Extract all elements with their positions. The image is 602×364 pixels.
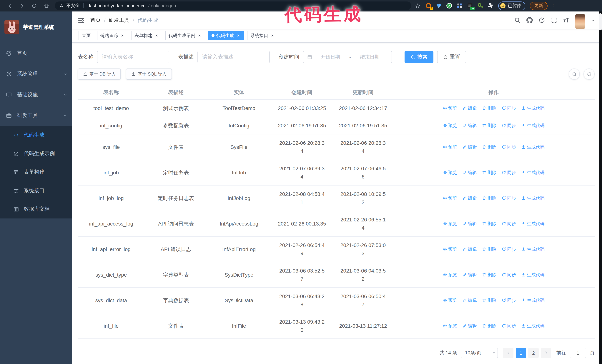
row-action-eye[interactable]: 预览 xyxy=(443,322,457,330)
row-action-download[interactable]: 生成代码 xyxy=(521,122,545,130)
close-icon[interactable]: × xyxy=(197,33,202,38)
page-button-1[interactable]: 1 xyxy=(516,348,526,358)
row-action-eye[interactable]: 预览 xyxy=(443,122,457,130)
row-action-sync[interactable]: 同步 xyxy=(502,122,516,130)
row-action-eye[interactable]: 预览 xyxy=(443,168,457,177)
import-db-button[interactable]: 基于 DB 导入 xyxy=(78,69,121,80)
row-action-download[interactable]: 生成代码 xyxy=(521,296,545,304)
row-action-delete[interactable]: 删除 xyxy=(482,122,496,130)
row-action-sync[interactable]: 同步 xyxy=(502,296,516,304)
tab-4[interactable]: 代码生成 × xyxy=(208,31,244,40)
row-action-download[interactable]: 生成代码 xyxy=(521,168,545,177)
bookmark-star-icon[interactable] xyxy=(415,3,420,9)
row-action-edit[interactable]: 编辑 xyxy=(462,322,477,330)
sidebar-item-0[interactable]: 首页 xyxy=(0,43,72,64)
back-icon[interactable] xyxy=(7,3,13,9)
toggle-search-button[interactable] xyxy=(569,69,580,80)
goto-page-input[interactable]: 1 xyxy=(570,348,586,358)
row-action-delete[interactable]: 删除 xyxy=(482,219,496,228)
row-action-edit[interactable]: 编辑 xyxy=(462,104,477,112)
refresh-table-button[interactable] xyxy=(583,69,595,80)
row-action-sync[interactable]: 同步 xyxy=(502,245,516,253)
sidebar-subitem-3[interactable]: 系统接口 xyxy=(0,181,72,200)
ext-green-key-button[interactable] xyxy=(477,3,484,9)
reload-icon[interactable] xyxy=(32,3,37,9)
row-action-delete[interactable]: 删除 xyxy=(482,194,496,202)
row-action-edit[interactable]: 编辑 xyxy=(462,168,477,177)
row-action-delete[interactable]: 删除 xyxy=(482,104,496,112)
row-action-sync[interactable]: 同步 xyxy=(502,322,516,330)
row-action-download[interactable]: 生成代码 xyxy=(521,219,545,228)
row-action-edit[interactable]: 编辑 xyxy=(462,143,477,151)
sidebar-item-1[interactable]: 系统管理 xyxy=(0,64,72,84)
search-button[interactable]: 搜索 xyxy=(405,51,433,63)
tab-5[interactable]: 系统接口 × xyxy=(247,31,278,40)
sidebar-subitem-1[interactable]: 代码生成示例 xyxy=(0,145,72,163)
row-action-sync[interactable]: 同步 xyxy=(502,194,516,202)
row-action-delete[interactable]: 删除 xyxy=(482,143,496,151)
github-icon[interactable] xyxy=(527,17,533,23)
row-action-eye[interactable]: 预览 xyxy=(443,245,457,253)
row-action-sync[interactable]: 同步 xyxy=(502,271,516,279)
forward-icon[interactable] xyxy=(19,3,25,9)
sidebar-subitem-0[interactable]: 代码生成 xyxy=(0,126,72,145)
row-action-edit[interactable]: 编辑 xyxy=(462,296,477,304)
breadcrumb-item[interactable]: 首页 xyxy=(90,17,101,23)
table-desc-input[interactable]: 请输入表描述 xyxy=(197,51,270,63)
row-action-eye[interactable]: 预览 xyxy=(443,194,457,202)
row-action-delete[interactable]: 删除 xyxy=(482,322,496,330)
prev-page-button[interactable] xyxy=(503,348,514,358)
sidebar-subitem-2[interactable]: 表单构建 xyxy=(0,163,72,181)
row-action-edit[interactable]: 编辑 xyxy=(462,122,477,130)
tab-2[interactable]: 表单构建 × xyxy=(131,31,162,40)
row-action-download[interactable]: 生成代码 xyxy=(521,104,545,112)
search-icon[interactable] xyxy=(514,17,520,23)
browser-menu-icon[interactable]: ⋮ xyxy=(550,3,556,9)
ext-grid-button[interactable] xyxy=(456,3,463,9)
row-action-sync[interactable]: 同步 xyxy=(502,219,516,228)
ext-green-check-button[interactable] xyxy=(446,3,452,9)
next-page-button[interactable] xyxy=(541,348,551,358)
row-action-delete[interactable]: 删除 xyxy=(482,245,496,253)
row-action-delete[interactable]: 删除 xyxy=(482,296,496,304)
ext-dark-app-button[interactable]: on xyxy=(467,3,473,9)
fullscreen-icon[interactable] xyxy=(551,17,557,23)
ext-gem-button[interactable] xyxy=(436,3,442,9)
close-icon[interactable]: × xyxy=(270,33,275,38)
row-action-download[interactable]: 生成代码 xyxy=(521,322,545,330)
row-action-eye[interactable]: 预览 xyxy=(443,271,457,279)
row-action-eye[interactable]: 预览 xyxy=(443,296,457,304)
close-icon[interactable]: × xyxy=(120,33,125,38)
row-action-sync[interactable]: 同步 xyxy=(502,104,516,112)
row-action-download[interactable]: 生成代码 xyxy=(521,194,545,202)
tab-0[interactable]: 首页 xyxy=(78,31,94,40)
help-icon[interactable] xyxy=(539,17,545,23)
table-name-input[interactable]: 请输入表名称 xyxy=(97,51,169,63)
home-icon[interactable] xyxy=(44,3,49,9)
tab-3[interactable]: 代码生成示例 × xyxy=(165,31,205,40)
row-action-edit[interactable]: 编辑 xyxy=(462,219,477,228)
extensions-puzzle-button[interactable] xyxy=(487,3,494,9)
sidebar-item-2[interactable]: 基础设施 xyxy=(0,84,72,105)
tab-1[interactable]: 链路追踪 × xyxy=(97,31,128,40)
page-size-select[interactable]: 10条/页 xyxy=(461,348,498,358)
sidebar-item-3[interactable]: 研发工具 xyxy=(0,105,72,126)
row-action-download[interactable]: 生成代码 xyxy=(521,245,545,253)
row-action-edit[interactable]: 编辑 xyxy=(462,245,477,253)
page-scrollbar[interactable] xyxy=(599,11,602,364)
page-scrollbar-thumb[interactable] xyxy=(599,13,602,30)
row-action-sync[interactable]: 同步 xyxy=(502,143,516,151)
row-action-sync[interactable]: 同步 xyxy=(502,168,516,177)
row-action-delete[interactable]: 删除 xyxy=(482,168,496,177)
row-action-download[interactable]: 生成代码 xyxy=(521,143,545,151)
row-action-eye[interactable]: 预览 xyxy=(443,143,457,151)
row-action-eye[interactable]: 预览 xyxy=(443,219,457,228)
user-avatar[interactable] xyxy=(575,14,585,29)
profile-chip[interactable]: 已暂停 xyxy=(498,1,525,10)
reset-button[interactable]: 重置 xyxy=(437,51,466,63)
row-action-download[interactable]: 生成代码 xyxy=(521,271,545,279)
logo-row[interactable]: 芋道管理系统 xyxy=(0,11,72,43)
update-button[interactable]: 更新 xyxy=(530,2,548,10)
ext-orange-button[interactable]: 1 xyxy=(425,3,431,9)
breadcrumb-item[interactable]: 研发工具 xyxy=(109,17,129,23)
